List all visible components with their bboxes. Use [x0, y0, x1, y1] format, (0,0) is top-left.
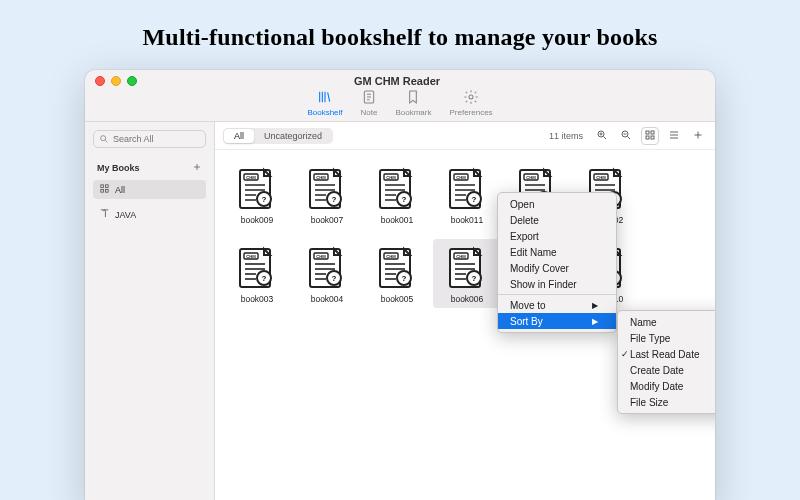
svg-text:CHM: CHM [386, 254, 396, 259]
content-header: All Uncategorized 11 items [215, 122, 715, 150]
tab-preferences[interactable]: Preferences [449, 89, 492, 117]
svg-text:?: ? [472, 195, 477, 204]
seg-all[interactable]: All [224, 129, 254, 143]
menu-item-move-to[interactable]: Move to▶ [498, 297, 616, 313]
tab-bookshelf[interactable]: Bookshelf [307, 89, 342, 117]
chm-file-icon: CHM ? [446, 243, 488, 291]
chm-file-icon: CHM ? [236, 164, 278, 212]
sidebar-item-label: JAVA [115, 210, 136, 220]
tab-bookmark[interactable]: Bookmark [395, 89, 431, 117]
sidebar: My Books All JAVA [85, 122, 215, 500]
svg-text:?: ? [332, 274, 337, 283]
book-label: book001 [381, 215, 414, 225]
menu-item-delete[interactable]: Delete [498, 212, 616, 228]
menu-item-sort-by[interactable]: Sort By▶ Name File Type Last Read Date C… [498, 313, 616, 329]
book-item[interactable]: CHM ? book009 [223, 160, 291, 229]
tab-note-label: Note [361, 108, 378, 117]
note-icon [361, 89, 377, 107]
sidebar-section-label: My Books [97, 163, 140, 173]
book-item[interactable]: CHM ? book007 [293, 160, 361, 229]
item-count: 11 items [549, 131, 583, 141]
svg-text:CHM: CHM [316, 175, 326, 180]
context-menu: Open Delete Export Edit Name Modify Cove… [497, 192, 617, 333]
book-small-icon [99, 208, 110, 221]
svg-text:?: ? [402, 195, 407, 204]
book-item[interactable]: CHM ? book006 [433, 239, 501, 308]
svg-text:CHM: CHM [456, 254, 466, 259]
seg-uncategorized[interactable]: Uncategorized [254, 129, 332, 143]
filter-segmented: All Uncategorized [223, 128, 333, 144]
book-item[interactable]: CHM ? book001 [363, 160, 431, 229]
book-label: book011 [451, 215, 484, 225]
app-window: GM CHM Reader Bookshelf Note Bookmark [85, 70, 715, 500]
menu-separator [498, 294, 616, 295]
menu-item-edit-name[interactable]: Edit Name [498, 244, 616, 260]
book-label: book007 [311, 215, 344, 225]
sidebar-item-label: All [115, 185, 125, 195]
add-book-btn[interactable] [689, 127, 707, 145]
tab-note[interactable]: Note [361, 89, 378, 117]
list-view-icon [668, 127, 680, 145]
chm-file-icon: CHM ? [306, 164, 348, 212]
svg-text:CHM: CHM [246, 175, 256, 180]
svg-rect-5 [101, 189, 104, 192]
svg-text:?: ? [332, 195, 337, 204]
chm-file-icon: CHM ? [376, 164, 418, 212]
zoom-out-icon [620, 127, 632, 145]
zoom-in-btn[interactable] [593, 127, 611, 145]
book-label: book004 [311, 294, 344, 304]
search-box[interactable] [93, 130, 206, 148]
tab-bookmark-label: Bookmark [395, 108, 431, 117]
zoom-in-icon [596, 127, 608, 145]
sidebar-section-header: My Books [93, 162, 206, 174]
book-item[interactable]: CHM ? book004 [293, 239, 361, 308]
bookmark-icon [405, 89, 421, 107]
grid-small-icon [99, 183, 110, 196]
chevron-right-icon: ▶ [592, 301, 598, 310]
book-item[interactable]: CHM ? book011 [433, 160, 501, 229]
svg-rect-9 [646, 131, 649, 134]
svg-text:CHM: CHM [386, 175, 396, 180]
marketing-headline: Multi-functional bookshelf to manage you… [0, 0, 800, 51]
svg-rect-6 [105, 189, 108, 192]
book-item[interactable]: CHM ? book005 [363, 239, 431, 308]
sidebar-item-all[interactable]: All [93, 180, 206, 199]
sort-file-size[interactable]: File Size [618, 394, 715, 410]
svg-text:?: ? [472, 274, 477, 283]
sidebar-item-java[interactable]: JAVA [93, 205, 206, 224]
svg-rect-10 [651, 131, 654, 134]
book-label: book003 [241, 294, 274, 304]
main-toolbar: Bookshelf Note Bookmark Preferences [85, 88, 715, 121]
chm-file-icon: CHM ? [446, 164, 488, 212]
book-item[interactable]: CHM ? book003 [223, 239, 291, 308]
zoom-out-btn[interactable] [617, 127, 635, 145]
sort-name[interactable]: Name [618, 314, 715, 330]
titlebar: GM CHM Reader Bookshelf Note Bookmark [85, 70, 715, 122]
menu-item-export[interactable]: Export [498, 228, 616, 244]
add-collection-btn[interactable] [192, 162, 202, 174]
svg-text:CHM: CHM [526, 175, 536, 180]
svg-rect-3 [101, 185, 104, 188]
gear-icon [463, 89, 479, 107]
list-view-btn[interactable] [665, 127, 683, 145]
sort-file-type[interactable]: File Type [618, 330, 715, 346]
search-input[interactable] [113, 134, 200, 144]
chm-file-icon: CHM ? [376, 243, 418, 291]
book-grid: CHM ? book009 CHM ? book007 CHM ? book00… [215, 150, 715, 500]
book-label: book006 [451, 294, 484, 304]
svg-text:?: ? [262, 195, 267, 204]
sort-modify-date[interactable]: Modify Date [618, 378, 715, 394]
menu-item-modify-cover[interactable]: Modify Cover [498, 260, 616, 276]
grid-view-btn[interactable] [641, 127, 659, 145]
svg-text:CHM: CHM [246, 254, 256, 259]
search-icon [99, 130, 109, 148]
sort-submenu: Name File Type Last Read Date Create Dat… [617, 310, 715, 414]
menu-item-show-in-finder[interactable]: Show in Finder [498, 276, 616, 292]
menu-item-open[interactable]: Open [498, 196, 616, 212]
chm-file-icon: CHM ? [306, 243, 348, 291]
sort-last-read-date[interactable]: Last Read Date [618, 346, 715, 362]
sort-create-date[interactable]: Create Date [618, 362, 715, 378]
chm-file-icon: CHM ? [236, 243, 278, 291]
grid-view-icon [644, 127, 656, 145]
svg-text:CHM: CHM [596, 175, 606, 180]
